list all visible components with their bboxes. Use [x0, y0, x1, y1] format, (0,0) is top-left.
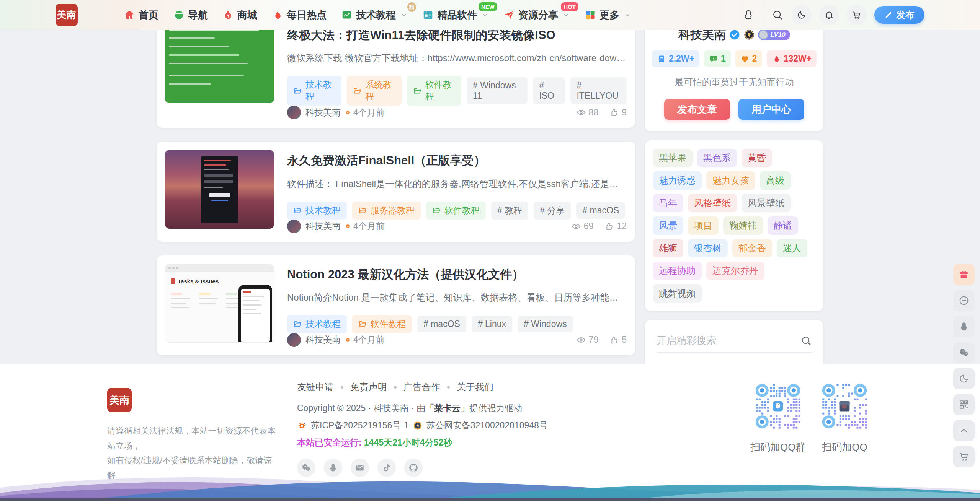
article-thumbnail[interactable]: Tasks & Issues	[165, 264, 274, 343]
sidebar-tag[interactable]: 魅力诱惑	[653, 171, 702, 190]
like-count[interactable]: 12	[604, 221, 627, 231]
article-chips: 技术教程服务器教程软件教程# 教程# 分享# macOS	[287, 202, 627, 220]
float-moon-icon[interactable]	[953, 368, 975, 389]
copyright-pre: Copyright © 2025 · 科技美南 · 由	[297, 403, 425, 413]
nav-item-2[interactable]: 商城	[222, 8, 257, 22]
dark-mode-toggle[interactable]	[792, 5, 812, 25]
sidebar-tag[interactable]: 郁金香	[732, 239, 772, 257]
author-avatar[interactable]	[287, 333, 301, 347]
hash-tag-chip[interactable]: # ITELLYOU	[570, 77, 627, 104]
software-icon	[422, 9, 434, 21]
category-chip[interactable]: 技术教程	[287, 315, 347, 333]
home-icon	[124, 9, 135, 21]
author-name[interactable]: 科技美南	[305, 107, 341, 119]
icp-link[interactable]: 苏ICP备2025219156号-1	[311, 420, 409, 431]
sidebar-tag[interactable]: 魅力女孩	[706, 171, 755, 190]
article-title[interactable]: Notion 2023 最新汉化方法（提供汉化文件）	[287, 267, 627, 282]
sidebar-search-input[interactable]	[657, 335, 800, 346]
like-count[interactable]: 9	[609, 107, 627, 118]
sidebar-tag[interactable]: 远程协助	[653, 262, 702, 280]
hash-tag-chip[interactable]: # Windows	[518, 316, 573, 332]
sidebar-tag[interactable]: 马年	[653, 194, 683, 212]
sidebar-tag[interactable]: 迷人	[777, 239, 807, 257]
like-count[interactable]: 5	[609, 335, 627, 345]
sidebar-tag[interactable]: 雄狮	[653, 239, 683, 257]
float-qrcode-icon[interactable]	[953, 394, 975, 415]
profile-stat: 1	[704, 50, 731, 67]
copyright-brand: 「莱卡云」	[425, 403, 469, 413]
qq-login-icon[interactable]	[742, 8, 755, 21]
category-chip[interactable]: 软件教程	[426, 202, 486, 220]
sidebar-tag[interactable]: 风格壁纸	[688, 194, 737, 212]
search-icon[interactable]	[771, 8, 784, 21]
footer-logo[interactable]: 美南	[107, 388, 132, 412]
folder-icon	[358, 319, 368, 329]
nav-item-3[interactable]: 每日热点	[272, 8, 327, 22]
site-logo[interactable]: 美南	[56, 4, 78, 26]
hash-tag-chip[interactable]: # macOS	[417, 316, 466, 332]
navbar-inner: 美南 首页 导航 商城 每日热点 技术教程精 精品软件NEW 资源分享HOT 更…	[56, 0, 924, 30]
hash-tag-chip[interactable]: # macOS	[576, 202, 625, 219]
sidebar-tag[interactable]: 迈克尔乔丹	[706, 262, 764, 280]
category-chip[interactable]: 服务器教程	[352, 202, 421, 220]
notifications-button[interactable]	[819, 5, 839, 25]
sidebar-tag[interactable]: 黄昏	[742, 149, 772, 167]
float-wechat-icon[interactable]	[953, 342, 975, 363]
thumbnail-title: Tasks & Issues	[171, 278, 274, 285]
hash-tag-chip[interactable]: # 分享	[534, 202, 571, 220]
hash-tag-chip[interactable]: # Windows 11	[467, 77, 528, 104]
nav-item-4[interactable]: 技术教程精	[341, 8, 408, 22]
hash-tag-chip[interactable]: # ISO	[533, 77, 565, 104]
publish-article-button[interactable]: 发布文章	[664, 99, 730, 120]
author-name[interactable]: 科技美南	[305, 220, 341, 232]
float-qq-icon[interactable]	[953, 316, 975, 337]
user-center-button[interactable]: 用户中心	[738, 99, 804, 120]
sidebar-tag[interactable]: 静谧	[768, 216, 798, 235]
category-chip[interactable]: 软件教程	[352, 315, 412, 333]
author-avatar[interactable]	[287, 220, 301, 233]
footer-link-2[interactable]: 广告合作	[403, 381, 440, 393]
author-name[interactable]: 科技美南	[305, 334, 341, 346]
article-title[interactable]: 终极大法：打造Win11去除硬件限制的安装镜像ISO	[287, 28, 627, 43]
footer-link-3[interactable]: 关于我们	[457, 381, 493, 393]
publish-button[interactable]: 发布	[874, 6, 924, 24]
search-icon[interactable]	[800, 335, 812, 346]
category-chip[interactable]: 技术教程	[287, 76, 341, 106]
article-title[interactable]: 永久免费激活FinalShell（正版享受）	[287, 153, 627, 168]
nav-item-6[interactable]: 资源分享HOT	[503, 8, 570, 22]
float-cart-icon[interactable]	[953, 446, 975, 467]
article-thumbnail[interactable]	[165, 150, 274, 229]
sidebar-tag[interactable]: 跳舞视频	[653, 284, 702, 303]
article-thumbnail[interactable]	[165, 24, 274, 103]
hash-tag-chip[interactable]: # Linux	[472, 316, 512, 332]
nav-item-5[interactable]: 精品软件NEW	[422, 8, 489, 22]
nav-item-1[interactable]: 导航	[173, 8, 208, 22]
sidebar-tag[interactable]: 风景	[653, 216, 683, 235]
cart-button[interactable]	[847, 5, 867, 25]
nav-item-0[interactable]: 首页	[124, 8, 158, 22]
sidebar-tag[interactable]: 风景壁纸	[742, 194, 791, 212]
footer-link-1[interactable]: 免责声明	[350, 381, 387, 393]
category-chip[interactable]: 技术教程	[287, 202, 347, 220]
float-plus-circle-icon[interactable]	[953, 290, 975, 311]
nav-item-7[interactable]: 更多	[585, 8, 631, 22]
profile-stats: 2.2W+ 1 2 132W+	[657, 50, 812, 67]
hash-tag-chip[interactable]: # 教程	[491, 202, 528, 220]
sidebar-tag[interactable]: 黑色系	[697, 149, 737, 167]
sidebar-tag[interactable]: 项目	[688, 216, 719, 235]
sidebar-tag[interactable]: 银杏树	[688, 239, 728, 257]
profile-stat: 132W+	[767, 50, 817, 67]
author-avatar[interactable]	[287, 106, 301, 119]
float-gift-icon[interactable]	[953, 264, 975, 285]
level-badge: LV10	[758, 29, 790, 40]
footer-middle: 友链申请免责声明广告合作关于我们 Copyright © 2025 · 科技美南…	[297, 381, 750, 483]
footer-link-0[interactable]: 友链申请	[297, 381, 334, 393]
sidebar-tag[interactable]: 高级	[760, 171, 791, 190]
float-chevron-up-icon[interactable]	[953, 420, 975, 441]
category-chip[interactable]: 软件教程	[407, 76, 461, 106]
thumbs-up-icon	[609, 335, 619, 345]
sidebar-tag[interactable]: 黑苹果	[653, 149, 693, 167]
police-link[interactable]: 苏公网安备32100202010948号	[426, 420, 548, 431]
category-chip[interactable]: 系统教程	[347, 76, 401, 106]
sidebar-tag[interactable]: 鞠婧祎	[723, 216, 763, 235]
